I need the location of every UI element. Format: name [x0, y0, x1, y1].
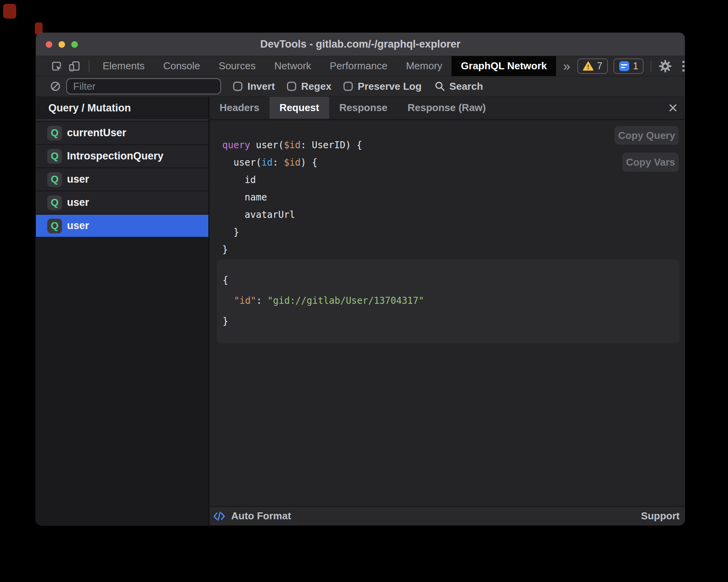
- issues-badge[interactable]: 1: [613, 58, 644, 74]
- window-title: DevTools - gitlab.com/-/graphql-explorer: [260, 38, 460, 50]
- search-icon: [434, 81, 445, 92]
- minimize-window-button[interactable]: [58, 41, 65, 48]
- auto-format-icon[interactable]: [213, 510, 226, 522]
- code-line: {: [223, 270, 672, 291]
- tab-memory[interactable]: Memory: [397, 56, 452, 76]
- warnings-badge[interactable]: 7: [577, 58, 608, 74]
- support-link[interactable]: Support: [641, 510, 680, 522]
- toolbar-right-group: 7 1: [577, 58, 685, 74]
- code-token: [223, 295, 234, 306]
- clear-block-icon[interactable]: [50, 81, 61, 92]
- tab-network[interactable]: Network: [265, 56, 320, 76]
- inspect-element-icon[interactable]: [51, 60, 62, 72]
- copy-query-button[interactable]: Copy Query: [615, 126, 679, 145]
- content: Query / Mutation Q currentUser Q Introsp…: [36, 97, 685, 525]
- more-tabs-chevron[interactable]: »: [556, 59, 577, 74]
- auto-format-label[interactable]: Auto Format: [231, 510, 291, 522]
- invert-label: Invert: [247, 80, 275, 92]
- query-type-badge: Q: [47, 149, 62, 164]
- query-type-badge: Q: [47, 195, 62, 210]
- screen: DevTools - gitlab.com/-/graphql-explorer…: [0, 0, 728, 582]
- regex-label: Regex: [301, 80, 331, 92]
- list-item-label: currentUser: [67, 127, 126, 139]
- code-token: avatarUrl: [222, 209, 295, 220]
- titlebar: DevTools - gitlab.com/-/graphql-explorer: [36, 33, 685, 56]
- sidebar: Query / Mutation Q currentUser Q Introsp…: [36, 97, 208, 525]
- code-token: "gid://gitlab/User/13704317": [268, 295, 424, 306]
- code-token: : UserID) {: [300, 140, 362, 151]
- code-token: }: [222, 227, 239, 238]
- background-artifact: [3, 4, 16, 19]
- code-token: $id: [284, 157, 300, 168]
- search-label: Search: [450, 80, 483, 92]
- message-count: 1: [633, 60, 639, 72]
- warning-count: 7: [597, 60, 603, 72]
- preserve-log-checkbox[interactable]: [343, 82, 353, 91]
- invert-filter-group: Invert: [233, 80, 275, 92]
- copy-vars-button[interactable]: Copy Vars: [622, 152, 679, 172]
- close-window-button[interactable]: [46, 41, 52, 48]
- filter-toolbar: Invert Regex Preserve Log Search: [36, 76, 685, 97]
- tab-request[interactable]: Request: [270, 97, 330, 119]
- query-type-badge: Q: [47, 172, 62, 187]
- code-token: {: [223, 275, 228, 286]
- tab-graphql-network[interactable]: GraphQL Network: [452, 56, 556, 76]
- tab-response-raw[interactable]: Response (Raw): [397, 97, 496, 119]
- warning-icon: [583, 61, 594, 71]
- invert-checkbox[interactable]: [233, 82, 242, 91]
- toolbar-divider: [89, 60, 89, 72]
- code-token: id: [222, 175, 256, 185]
- kebab-menu-icon[interactable]: [682, 60, 685, 73]
- list-item-label: user: [67, 220, 89, 232]
- code-token: $id: [284, 140, 300, 151]
- tab-headers[interactable]: Headers: [209, 97, 270, 119]
- toolbar-divider: [651, 61, 651, 72]
- message-icon: [619, 61, 630, 72]
- code-line: }: [223, 311, 672, 332]
- code-line: user(id: $id) {: [222, 154, 685, 171]
- query-type-badge: Q: [47, 126, 62, 140]
- code-line: }: [222, 224, 685, 241]
- preserve-log-group: Preserve Log: [343, 80, 422, 92]
- regex-checkbox[interactable]: [287, 82, 296, 91]
- settings-gear-icon[interactable]: [658, 59, 672, 73]
- list-item-label: IntrospectionQuery: [67, 150, 163, 162]
- sidebar-header: Query / Mutation: [36, 97, 208, 120]
- list-item-label: user: [67, 197, 89, 209]
- tab-sources[interactable]: Sources: [209, 56, 265, 76]
- code-token: :: [273, 157, 284, 168]
- detail-pane: Headers Request Response Response (Raw) …: [209, 97, 685, 525]
- code-line: }: [222, 241, 685, 258]
- tab-elements[interactable]: Elements: [93, 56, 154, 76]
- device-toolbar-icon[interactable]: [69, 60, 81, 72]
- code-token: }: [222, 244, 228, 255]
- regex-filter-group: Regex: [287, 80, 331, 92]
- code-line: "id": "gid://gitlab/User/13704317": [223, 291, 672, 311]
- requests-list: Q currentUser Q IntrospectionQuery Q use…: [36, 120, 208, 525]
- search-toggle[interactable]: Search: [434, 80, 483, 92]
- request-code: query user($id: UserID) { user(id: $id) …: [222, 137, 685, 258]
- tab-console[interactable]: Console: [154, 56, 209, 76]
- preserve-log-label: Preserve Log: [358, 80, 422, 92]
- list-item-introspectionQuery[interactable]: Q IntrospectionQuery: [36, 145, 208, 167]
- list-item-user-2[interactable]: Q user: [36, 192, 208, 214]
- code-token: "id": [234, 295, 256, 306]
- tab-performance[interactable]: Performance: [321, 56, 397, 76]
- main-toolbar: Elements Console Sources Network Perform…: [36, 56, 685, 76]
- code-token: :: [256, 295, 268, 306]
- code-token: name: [222, 192, 267, 203]
- list-item-user-3-selected[interactable]: Q user: [36, 215, 208, 237]
- variables-panel: { "id": "gid://gitlab/User/13704317" }: [217, 259, 680, 343]
- code-token: query: [222, 140, 250, 151]
- code-token: id: [261, 157, 273, 168]
- zoom-window-button[interactable]: [71, 41, 78, 48]
- close-detail-icon[interactable]: ×: [668, 100, 678, 116]
- traffic-lights: [46, 41, 78, 48]
- list-item-currentUser[interactable]: Q currentUser: [36, 122, 208, 144]
- code-line: id: [222, 171, 685, 189]
- filter-input[interactable]: [66, 78, 221, 94]
- devtools-window: DevTools - gitlab.com/-/graphql-explorer…: [36, 33, 685, 525]
- tab-response[interactable]: Response: [329, 97, 397, 119]
- code-token: ) {: [300, 157, 317, 168]
- list-item-user-1[interactable]: Q user: [36, 168, 208, 190]
